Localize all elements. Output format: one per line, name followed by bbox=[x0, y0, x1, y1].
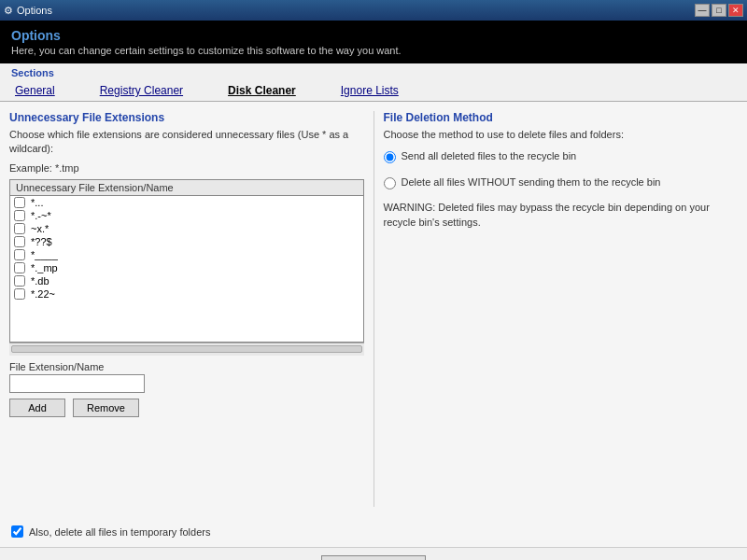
item-checkbox-2[interactable] bbox=[14, 210, 25, 221]
file-extension-input[interactable] bbox=[9, 374, 145, 393]
list-item: *.-~* bbox=[10, 209, 363, 222]
sections-bar: Sections General Registry Cleaner Disk C… bbox=[0, 63, 747, 102]
main-content: Unnecessary File Extensions Choose which… bbox=[0, 102, 747, 516]
list-item: *.db bbox=[10, 274, 363, 287]
left-panel: Unnecessary File Extensions Choose which… bbox=[9, 111, 374, 507]
right-panel-desc: Choose the method to use to delete files… bbox=[384, 128, 739, 142]
window-title: Options bbox=[17, 5, 52, 16]
checkbox-row: Also, delete all files in temporary fold… bbox=[0, 516, 747, 547]
left-panel-example: Example: *.tmp bbox=[9, 162, 364, 174]
item-label-7: *.db bbox=[31, 275, 49, 287]
header-subtitle: Here, you can change certain settings to… bbox=[11, 45, 736, 56]
apply-button[interactable]: Apply bbox=[321, 555, 426, 561]
tab-disk-cleaner[interactable]: Disk Cleaner bbox=[224, 82, 300, 99]
list-item: *._mp bbox=[10, 261, 363, 274]
item-checkbox-8[interactable] bbox=[14, 288, 25, 300]
item-label-8: *.22~ bbox=[31, 288, 55, 300]
list-item: *____ bbox=[10, 248, 363, 261]
list-header-label: Unnecessary File Extension/Name bbox=[16, 182, 174, 193]
window-icon: ⚙ bbox=[4, 5, 13, 17]
left-panel-title: Unnecessary File Extensions bbox=[9, 111, 364, 124]
tab-general[interactable]: General bbox=[11, 82, 59, 99]
list-scrollable[interactable]: *... *.-~* ~x.* *??$ *____ bbox=[10, 196, 363, 337]
item-checkbox-5[interactable] bbox=[14, 249, 25, 260]
radio-no-recycle-label: Delete all files WITHOUT sending them to… bbox=[402, 175, 661, 189]
title-bar: ⚙ Options — □ ✕ bbox=[0, 0, 747, 21]
radio-item-recycle: Send all deleted files to the recycle bi… bbox=[384, 149, 739, 163]
title-bar-left: ⚙ Options bbox=[4, 5, 52, 17]
item-label-5: *____ bbox=[31, 249, 58, 260]
header-title: Options bbox=[11, 28, 736, 43]
item-checkbox-6[interactable] bbox=[14, 262, 25, 273]
item-checkbox-7[interactable] bbox=[14, 275, 25, 287]
hscroll-track[interactable] bbox=[11, 345, 362, 353]
radio-recycle-label: Send all deleted files to the recycle bi… bbox=[402, 149, 577, 163]
item-checkbox-4[interactable] bbox=[14, 236, 25, 247]
deletion-method-group: Send all deleted files to the recycle bi… bbox=[384, 149, 739, 189]
right-panel-title: File Deletion Method bbox=[384, 111, 739, 124]
title-bar-controls: — □ ✕ bbox=[695, 4, 743, 17]
list-item: *... bbox=[10, 196, 363, 209]
warning-text: WARNING: Deleted files may bypass the re… bbox=[384, 201, 739, 230]
maximize-button[interactable]: □ bbox=[712, 4, 726, 17]
left-panel-desc: Choose which file extensions are conside… bbox=[9, 128, 364, 157]
field-label: File Extension/Name bbox=[9, 361, 364, 372]
item-label-1: *... bbox=[31, 197, 43, 208]
horizontal-scrollbar[interactable] bbox=[9, 343, 364, 356]
tab-ignore-lists[interactable]: Ignore Lists bbox=[337, 82, 402, 99]
sections-label: Sections bbox=[11, 67, 736, 78]
temp-folders-checkbox[interactable] bbox=[11, 525, 23, 538]
minimize-button[interactable]: — bbox=[695, 4, 710, 17]
temp-folders-label: Also, delete all files in temporary fold… bbox=[29, 526, 210, 538]
add-button[interactable]: Add bbox=[9, 399, 65, 417]
list-item: *.22~ bbox=[10, 287, 363, 301]
item-checkbox-1[interactable] bbox=[14, 197, 25, 208]
item-label-6: *._mp bbox=[31, 262, 58, 273]
tab-registry-cleaner[interactable]: Registry Cleaner bbox=[96, 82, 187, 99]
list-header: Unnecessary File Extension/Name bbox=[10, 180, 363, 196]
radio-recycle[interactable] bbox=[384, 151, 396, 163]
header-bar: Options Here, you can change certain set… bbox=[0, 21, 747, 63]
file-ext-list: Unnecessary File Extension/Name *... *.-… bbox=[9, 179, 364, 343]
radio-no-recycle[interactable] bbox=[384, 177, 396, 189]
remove-button[interactable]: Remove bbox=[73, 399, 139, 417]
btn-row: Add Remove bbox=[9, 399, 364, 417]
item-checkbox-3[interactable] bbox=[14, 223, 25, 234]
item-label-4: *??$ bbox=[31, 236, 52, 247]
nav-tabs: General Registry Cleaner Disk Cleaner Ig… bbox=[11, 80, 736, 101]
list-item: ~x.* bbox=[10, 222, 363, 235]
item-label-2: *.-~* bbox=[31, 210, 51, 221]
item-label-3: ~x.* bbox=[31, 223, 49, 234]
radio-item-no-recycle: Delete all files WITHOUT sending them to… bbox=[384, 175, 739, 189]
close-button[interactable]: ✕ bbox=[728, 4, 743, 17]
bottom-bar: Apply bbox=[0, 547, 747, 560]
list-item: *??$ bbox=[10, 235, 363, 248]
right-panel: File Deletion Method Choose the method t… bbox=[374, 111, 739, 507]
